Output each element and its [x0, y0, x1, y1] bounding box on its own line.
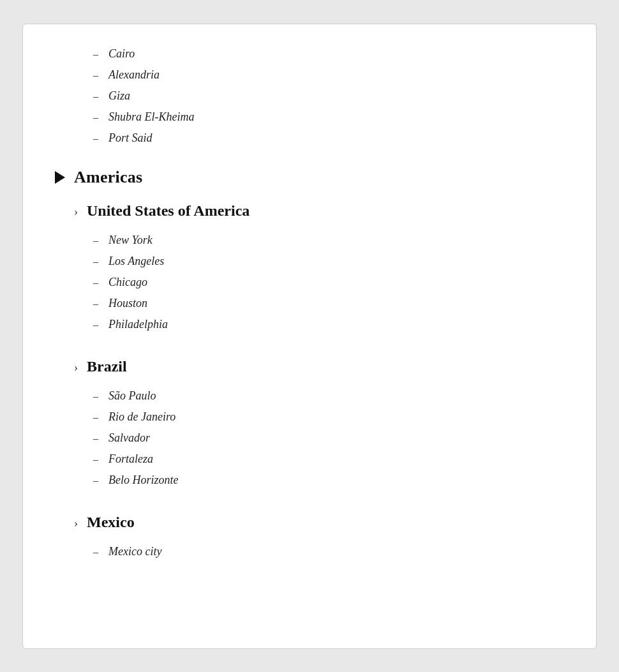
list-item: – Port Said [55, 128, 564, 149]
city-label: Cairo [108, 47, 135, 61]
country-label: United States of America [87, 202, 250, 220]
country-usa: › United States of America – New York – … [55, 202, 564, 335]
dash-icon: – [93, 454, 102, 465]
city-label: Philadelphia [108, 318, 168, 331]
region-americas: Americas › United States of America – Ne… [55, 168, 564, 562]
list-item: – Alexandria [55, 64, 564, 86]
city-label: Belo Horizonte [108, 474, 179, 487]
city-label: Alexandria [108, 68, 160, 82]
city-label: Chicago [108, 276, 147, 289]
list-item: – Cairo [55, 43, 564, 64]
dash-icon: – [93, 391, 102, 402]
dash-icon: – [93, 298, 102, 310]
country-mexico: › Mexico – Mexico city [55, 514, 564, 562]
list-item: – Fortaleza [55, 449, 564, 470]
city-label: New York [108, 234, 153, 247]
dash-icon: – [93, 235, 102, 246]
cities-list-usa: – New York – Los Angeles – Chicago – Hou… [55, 230, 564, 335]
city-label: Giza [108, 89, 130, 103]
main-card: – Cairo – Alexandria – Giza – Shubra El-… [22, 24, 597, 649]
region-label: Americas [74, 168, 142, 187]
list-item: – Giza [55, 86, 564, 107]
country-header-brazil[interactable]: › Brazil [55, 358, 564, 375]
list-item: – Mexico city [55, 541, 564, 562]
list-item: – Houston [55, 293, 564, 314]
city-label: São Paulo [108, 389, 156, 403]
list-item: – Philadelphia [55, 314, 564, 335]
country-label: Mexico [87, 514, 135, 531]
city-label: Shubra El-Kheima [108, 110, 195, 124]
city-label: Port Said [108, 131, 153, 145]
dash-icon: – [93, 70, 102, 81]
list-item: – Belo Horizonte [55, 470, 564, 491]
city-label: Mexico city [108, 545, 161, 558]
city-label: Salvador [108, 431, 150, 445]
chevron-right-icon: › [74, 361, 78, 375]
dash-icon: – [93, 277, 102, 288]
country-label: Brazil [87, 358, 127, 375]
dash-icon: – [93, 319, 102, 331]
dash-icon: – [93, 133, 102, 144]
triangle-right-icon [55, 171, 65, 184]
country-header-usa[interactable]: › United States of America [55, 202, 564, 220]
dash-icon: – [93, 433, 102, 444]
country-header-mexico[interactable]: › Mexico [55, 514, 564, 531]
chevron-right-icon: › [74, 205, 78, 219]
chevron-right-icon: › [74, 517, 78, 530]
dash-icon: – [93, 112, 102, 123]
city-label: Rio de Janeiro [108, 410, 175, 424]
list-item: – São Paulo [55, 385, 564, 407]
list-item: – Shubra El-Kheima [55, 107, 564, 128]
list-item: – Los Angeles [55, 251, 564, 272]
egypt-cities-section: – Cairo – Alexandria – Giza – Shubra El-… [55, 43, 564, 149]
dash-icon: – [93, 546, 102, 558]
dash-icon: – [93, 91, 102, 102]
list-item: – New York [55, 230, 564, 251]
dash-icon: – [93, 412, 102, 423]
dash-icon: – [93, 49, 102, 60]
city-label: Houston [108, 297, 147, 310]
city-label: Fortaleza [108, 452, 153, 466]
cities-list-brazil: – São Paulo – Rio de Janeiro – Salvador … [55, 385, 564, 491]
region-header[interactable]: Americas [55, 168, 564, 187]
cities-list-mexico: – Mexico city [55, 541, 564, 562]
list-item: – Salvador [55, 428, 564, 449]
list-item: – Rio de Janeiro [55, 407, 564, 428]
dash-icon: – [93, 475, 102, 486]
city-label: Los Angeles [108, 255, 164, 268]
list-item: – Chicago [55, 272, 564, 293]
country-brazil: › Brazil – São Paulo – Rio de Janeiro – … [55, 358, 564, 491]
dash-icon: – [93, 256, 102, 267]
